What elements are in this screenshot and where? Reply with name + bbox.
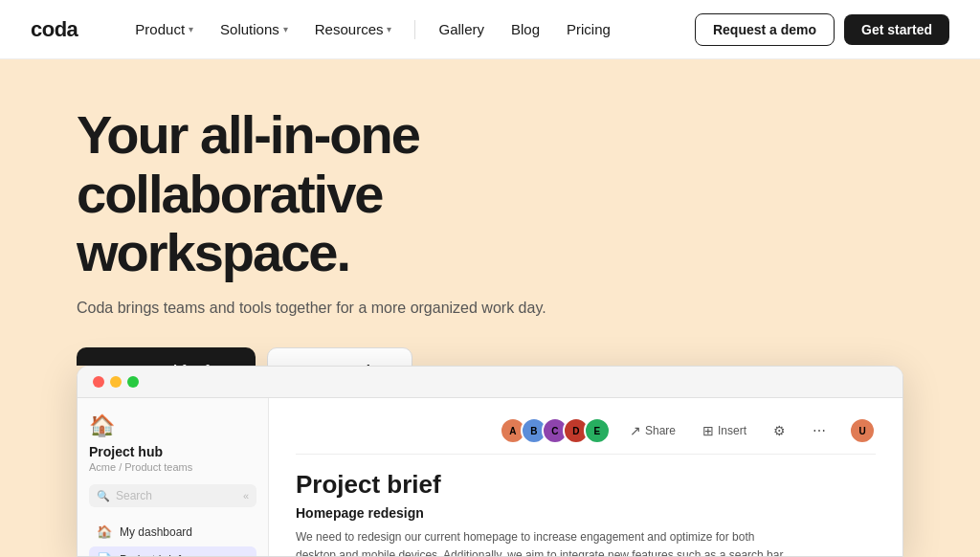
menu-icon: ⋯ xyxy=(813,423,826,438)
nav-solutions[interactable]: Solutions ▾ xyxy=(209,15,300,43)
nav-pricing[interactable]: Pricing xyxy=(555,15,622,43)
user-avatar[interactable]: U xyxy=(849,417,876,444)
request-demo-button[interactable]: Request a demo xyxy=(695,13,835,46)
nav-blog[interactable]: Blog xyxy=(500,15,551,43)
nav-resources[interactable]: Resources ▾ xyxy=(303,15,404,43)
window-body: 🏠 Project hub Acme / Product teams 🔍 Sea… xyxy=(78,398,902,556)
sidebar-logo-icon: 🏠 xyxy=(89,413,256,438)
nav-divider xyxy=(414,20,415,39)
sidebar-search[interactable]: 🔍 Search « xyxy=(89,484,256,507)
search-icon: 🔍 xyxy=(97,490,110,502)
share-button[interactable]: ↗ Share xyxy=(622,419,683,442)
dashboard-icon: 🏠 xyxy=(97,524,112,539)
share-icon: ↗ xyxy=(630,423,641,438)
sidebar-title: Project hub xyxy=(89,444,256,459)
collapse-icon: « xyxy=(243,490,249,501)
document-icon: 📄 xyxy=(97,552,112,556)
settings-button[interactable]: ⚙ xyxy=(766,419,793,442)
search-placeholder: Search xyxy=(116,489,237,502)
gear-icon: ⚙ xyxy=(773,423,786,438)
doc-title: Project brief xyxy=(296,470,876,500)
doc-toolbar: A B C D E ↗ Share ⊞ Insert xyxy=(296,417,876,455)
traffic-light-minimize[interactable] xyxy=(110,376,122,388)
doc-section-title: Homepage redesign xyxy=(296,505,876,521)
sidebar-item-project-brief[interactable]: 📄 Project brief xyxy=(89,546,256,556)
chevron-down-icon: ▾ xyxy=(283,24,288,34)
navbar: coda Product ▾ Solutions ▾ Resources ▾ G… xyxy=(0,0,980,59)
nav-links: Product ▾ Solutions ▾ Resources ▾ Galler… xyxy=(123,15,695,43)
app-window-wrapper: 🏠 Project hub Acme / Product teams 🔍 Sea… xyxy=(0,366,980,557)
collaborator-avatars: A B C D E xyxy=(505,417,611,444)
nav-gallery[interactable]: Gallery xyxy=(427,15,496,43)
hero-title: Your all-in-one collaborative workspace. xyxy=(77,105,651,282)
chevron-down-icon: ▾ xyxy=(387,24,391,34)
logo[interactable]: coda xyxy=(31,17,78,42)
get-started-button[interactable]: Get started xyxy=(844,14,949,45)
nav-actions: Request a demo Get started xyxy=(695,13,949,46)
insert-button[interactable]: ⊞ Insert xyxy=(695,419,754,442)
app-window: 🏠 Project hub Acme / Product teams 🔍 Sea… xyxy=(77,366,903,557)
sidebar: 🏠 Project hub Acme / Product teams 🔍 Sea… xyxy=(78,398,269,556)
more-options-button[interactable]: ⋯ xyxy=(805,419,834,442)
doc-body: We need to redesign our current homepage… xyxy=(296,528,793,556)
traffic-light-fullscreen[interactable] xyxy=(127,376,139,388)
window-titlebar xyxy=(78,367,902,398)
traffic-light-close[interactable] xyxy=(93,376,104,388)
avatar-5: E xyxy=(584,417,611,444)
chevron-down-icon: ▾ xyxy=(189,24,193,34)
sidebar-item-dashboard[interactable]: 🏠 My dashboard xyxy=(89,519,256,545)
nav-product[interactable]: Product ▾ xyxy=(123,15,205,43)
hero-subtitle: Coda brings teams and tools together for… xyxy=(77,300,903,317)
main-content: A B C D E ↗ Share ⊞ Insert xyxy=(269,398,902,556)
sidebar-subtitle: Acme / Product teams xyxy=(89,461,256,473)
insert-icon: ⊞ xyxy=(702,423,714,438)
hero-section: Your all-in-one collaborative workspace.… xyxy=(0,59,980,366)
